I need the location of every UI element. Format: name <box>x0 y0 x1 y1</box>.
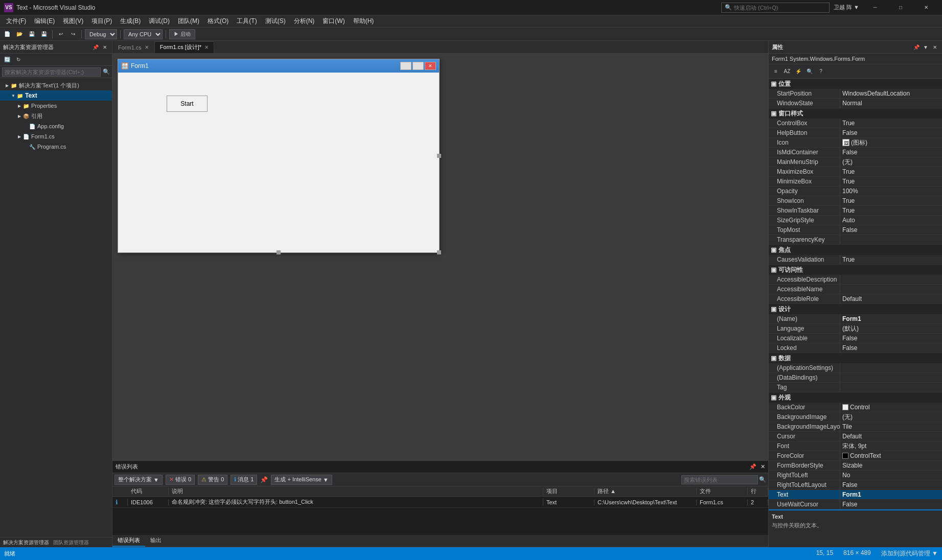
props-row-language[interactable]: Language (默认) <box>769 324 942 334</box>
props-row-name[interactable]: (Name) Form1 <box>769 314 942 324</box>
props-row-sizegripstyle[interactable]: SizeGripStyle Auto <box>769 216 942 225</box>
menu-file[interactable]: 文件(F) <box>2 16 30 27</box>
props-row-controlbox[interactable]: ControlBox True <box>769 119 942 128</box>
error-count-btn[interactable]: ✕ 错误 0 <box>166 475 195 485</box>
props-row-ismdi[interactable]: IsMdiContainer False <box>769 148 942 157</box>
solution-search-input[interactable] <box>2 67 101 77</box>
props-row-topmost[interactable]: TopMost False <box>769 225 942 235</box>
col-project[interactable]: 项目 <box>543 487 594 495</box>
form-maximize-btn[interactable]: □ <box>412 62 424 70</box>
props-group-position-header[interactable]: ▣ 位置 <box>769 79 942 89</box>
open-btn[interactable]: 📂 <box>14 29 25 39</box>
user-label[interactable]: 卫越 阵 ▼ <box>834 4 859 11</box>
props-row-transparencykey[interactable]: TransparencyKey <box>769 235 942 245</box>
menu-project[interactable]: 项目(P) <box>87 16 116 27</box>
tree-item-programcs[interactable]: 🔧 Program.cs <box>0 142 112 152</box>
props-row-startposition[interactable]: StartPosition WindowsDefaultLocation <box>769 89 942 99</box>
props-row-maximizebox[interactable]: MaximizeBox True <box>769 167 942 177</box>
props-row-tag[interactable]: Tag <box>769 383 942 392</box>
props-row-forecolor[interactable]: ForeColor ControlText <box>769 451 942 461</box>
props-row-causesvalidation[interactable]: CausesValidation True <box>769 255 942 265</box>
props-row-showicon[interactable]: ShowIcon True <box>769 196 942 206</box>
col-description[interactable]: 说明 <box>169 487 543 495</box>
minimize-button[interactable]: ─ <box>863 0 887 15</box>
warning-count-btn[interactable]: ⚠ 警告 0 <box>198 475 227 485</box>
new-project-btn[interactable]: 📄 <box>2 29 12 39</box>
form-close-btn[interactable]: ✕ <box>425 62 436 70</box>
props-row-localizable[interactable]: Localizable False <box>769 334 942 343</box>
sol-exp-sync-btn[interactable]: 🔄 <box>2 55 12 65</box>
save-all-btn[interactable]: 💾 <box>39 29 49 39</box>
form-window[interactable]: 🪟 Form1 ─ □ ✕ Start <box>118 59 440 253</box>
props-row-locked[interactable]: Locked False <box>769 343 942 353</box>
start-btn-control[interactable]: Start <box>167 96 208 112</box>
sol-exp-pin-btn[interactable]: 📌 <box>91 43 100 51</box>
resize-handle-bottom[interactable] <box>277 250 281 254</box>
design-area[interactable]: 🪟 Form1 ─ □ ✕ Start <box>112 54 768 460</box>
props-group-focus-header[interactable]: ▣ 焦点 <box>769 245 942 255</box>
tree-item-references[interactable]: ▶ 📦 引用 <box>0 111 112 121</box>
menu-format[interactable]: 格式(O) <box>203 16 233 27</box>
sol-exp-close-btn[interactable]: ✕ <box>101 43 109 51</box>
error-search-input[interactable] <box>681 475 758 484</box>
error-list-pin[interactable]: 📌 <box>749 463 756 470</box>
props-row-text[interactable]: Text Form1 <box>769 490 942 500</box>
props-alpha-btn[interactable]: AZ <box>782 66 792 77</box>
tab-form1cs-design-close[interactable]: ✕ <box>204 44 209 50</box>
props-group-accessibility-header[interactable]: ▣ 可访问性 <box>769 265 942 275</box>
props-group-appearance-header[interactable]: ▣ 外观 <box>769 392 942 403</box>
bottom-tab-output[interactable]: 输出 <box>145 535 167 547</box>
tab-form1cs[interactable]: Form1.cs ✕ <box>112 41 154 53</box>
props-row-accrole[interactable]: AccessibleRole Default <box>769 294 942 304</box>
sol-exp-bottom-tab2[interactable]: 团队资源管理器 <box>53 539 89 546</box>
props-row-showintaskbar[interactable]: ShowInTaskbar True <box>769 206 942 216</box>
start-button[interactable]: ▶ 启动 <box>169 29 195 39</box>
sol-exp-refresh-btn[interactable]: ↻ <box>13 55 24 65</box>
build-filter-btn[interactable]: 生成 + IntelliSense ▼ <box>271 475 332 485</box>
resize-handle-br[interactable] <box>437 250 441 254</box>
status-source-control[interactable]: 添加到源代码管理 ▼ <box>881 549 938 558</box>
col-line[interactable]: 行 <box>748 487 768 495</box>
props-arrow-btn[interactable]: ▼ <box>922 43 930 51</box>
props-row-accdesc[interactable]: AccessibleDescription <box>769 275 942 285</box>
props-close-btn[interactable]: ✕ <box>931 43 939 51</box>
tree-item-text-project[interactable]: ▼ 📁 Text <box>0 90 112 101</box>
props-row-backcolor[interactable]: BackColor Control <box>769 403 942 412</box>
props-pin-btn[interactable]: 📌 <box>912 43 921 51</box>
props-row-font[interactable]: Font 宋体, 9pt <box>769 441 942 451</box>
menu-edit[interactable]: 编辑(E) <box>30 16 59 27</box>
menu-window[interactable]: 窗口(W) <box>318 16 349 27</box>
props-row-righttoleftlayout[interactable]: RightToLeftLayout False <box>769 480 942 490</box>
props-row-minimizebox[interactable]: MinimizeBox True <box>769 177 942 186</box>
tree-item-solution[interactable]: ▶ 📁 解决方案'Text'(1 个项目) <box>0 80 112 90</box>
build-config-select[interactable]: Debug <box>85 29 117 39</box>
table-row[interactable]: ℹ IDE1006 命名规则冲突: 这些字必须以大写字符开头: button1_… <box>112 497 768 508</box>
props-category-btn[interactable]: ≡ <box>771 66 781 77</box>
props-row-righttoleft[interactable]: RightToLeft No <box>769 471 942 480</box>
save-btn[interactable]: 💾 <box>27 29 37 39</box>
menu-help[interactable]: 帮助(H) <box>349 16 378 27</box>
undo-btn[interactable]: ↩ <box>56 29 66 39</box>
redo-btn[interactable]: ↪ <box>68 29 78 39</box>
props-events-btn[interactable]: ⚡ <box>793 66 803 77</box>
message-count-btn[interactable]: ℹ 消息 1 <box>231 475 257 485</box>
sol-exp-bottom-tab1[interactable]: 解决方案资源管理器 <box>3 539 49 546</box>
props-row-icon[interactable]: Icon 🖼 (图标) <box>769 138 942 148</box>
tab-form1cs-design[interactable]: Form1.cs [设计]* ✕ <box>154 41 214 53</box>
props-row-cursor[interactable]: Cursor Default <box>769 432 942 441</box>
platform-select[interactable]: Any CPU <box>124 29 163 39</box>
props-row-formborderstyle[interactable]: FormBorderStyle Sizable <box>769 461 942 471</box>
props-group-design-header[interactable]: ▣ 设计 <box>769 304 942 314</box>
props-row-helpbutton[interactable]: HelpButton False <box>769 128 942 138</box>
col-path[interactable]: 路径 ▲ <box>594 487 697 495</box>
close-button[interactable]: ✕ <box>914 0 938 15</box>
props-scroll-container[interactable]: ▣ 位置 StartPosition WindowsDefaultLocatio… <box>769 79 942 547</box>
props-row-appsettings[interactable]: (ApplicationSettings) <box>769 363 942 373</box>
props-row-opacity[interactable]: Opacity 100% <box>769 186 942 196</box>
col-file[interactable]: 文件 <box>697 487 748 495</box>
col-code[interactable]: 代码 <box>128 487 169 495</box>
quick-launch-input[interactable] <box>734 5 826 11</box>
bottom-tab-errorlist[interactable]: 错误列表 <box>112 535 145 547</box>
props-group-data-header[interactable]: ▣ 数据 <box>769 353 942 363</box>
form-minimize-btn[interactable]: ─ <box>400 62 411 70</box>
